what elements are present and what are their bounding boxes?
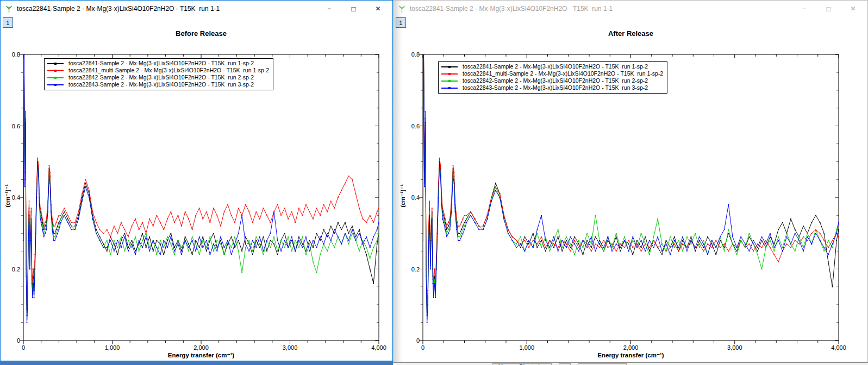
series-line-2 [23, 61, 379, 319]
y-tick-label: 0.8 [12, 51, 20, 58]
legend-line-swatch [441, 73, 458, 75]
legend-line-swatch [47, 70, 64, 71]
maximize-button[interactable]: □ [341, 1, 366, 17]
legend-label: tosca22841_multi-Sample 2 - Mx-Mg(3-x)Li… [68, 67, 269, 74]
background-window-strip [0, 361, 393, 365]
window-titlebar[interactable]: tosca22841-Sample 2 - Mx-Mg(3-x)LixSi4O1… [1, 1, 392, 17]
legend-entry: tosca22843-Sample 2 - Mx-Mg(3-x)LixSi4O1… [441, 84, 663, 91]
x-tick-label: 4,000 [831, 344, 846, 351]
legend-entry: tosca22841-Sample 2 - Mx-Mg(3-x)LixSi4O1… [47, 60, 269, 67]
legend-marker-dot [54, 63, 57, 65]
series-line-0 [23, 54, 379, 315]
legend-entry: tosca22842-Sample 2 - Mx-Mg(3-x)LixSi4O1… [441, 77, 663, 84]
legend-line-swatch [441, 81, 458, 82]
legend-marker-dot [448, 87, 451, 89]
legend-line-swatch [47, 63, 64, 64]
plot-frame [23, 54, 379, 341]
y-tick-label: 0 [17, 337, 20, 344]
y-tick-label: 0.4 [12, 194, 20, 201]
maximize-button[interactable]: □ [816, 1, 841, 17]
series-markers-3 [422, 54, 839, 323]
legend-label: tosca22841-Sample 2 - Mx-Mg(3-x)LixSi4O1… [463, 63, 648, 70]
legend-label: tosca22843-Sample 2 - Mx-Mg(3-x)LixSi4O1… [68, 81, 254, 88]
layer-badge[interactable]: 1 [396, 17, 406, 28]
minimize-button[interactable]: − [792, 1, 816, 17]
y-tick-label: 0.6 [12, 123, 20, 129]
layer-badge[interactable]: 1 [3, 17, 13, 28]
x-axis-label: Energy transfer (cm⁻¹) [423, 351, 839, 360]
minimize-button[interactable]: − [317, 1, 341, 17]
legend-entry: tosca22842-Sample 2 - Mx-Mg(3-x)LixSi4O1… [47, 74, 269, 81]
series-markers-0 [23, 54, 379, 316]
legend-entry: tosca22841_multi-Sample 2 - Mx-Mg(3-x)Li… [441, 70, 663, 77]
x-tick-label: 0 [22, 344, 25, 351]
plot-frame [423, 54, 839, 341]
legend-marker-dot [448, 80, 451, 82]
legend-marker-dot [448, 66, 451, 68]
x-tick-label: 3,000 [283, 344, 298, 351]
background-dialog-sliver: Manage Directories [393, 362, 868, 365]
legend-marker-dot [54, 77, 57, 79]
close-button[interactable]: ✕ [366, 1, 390, 17]
plot-window-after: tosca22841-Sample 2 - Mx-Mg(3-x)LixSi4O1… [393, 0, 868, 362]
y-tick-label: 0 [416, 337, 420, 344]
legend-label: tosca22841_multi-Sample 2 - Mx-Mg(3-x)Li… [463, 70, 663, 77]
mantid-icon [5, 5, 13, 13]
chart-title: Before Release [23, 29, 379, 38]
legend-line-swatch [441, 88, 458, 89]
series-line-1 [23, 54, 379, 308]
legend-label: tosca22842-Sample 2 - Mx-Mg(3-x)LixSi4O1… [68, 74, 254, 81]
series-markers-2 [23, 61, 379, 319]
plot-legend[interactable]: tosca22841-Sample 2 - Mx-Mg(3-x)LixSi4O1… [44, 58, 273, 90]
legend-line-swatch [47, 84, 64, 85]
series-markers-2 [422, 61, 839, 319]
legend-marker-dot [448, 73, 451, 75]
mantid-icon [398, 5, 406, 13]
y-axis-label: (cm⁻¹)⁻¹ [4, 169, 12, 223]
legend-marker-dot [54, 84, 57, 86]
window-titlebar[interactable]: tosca22841-Sample 2 - Mx-Mg(3-x)LixSi4O1… [394, 1, 867, 17]
series-line-3 [23, 54, 379, 323]
y-tick-label: 0.2 [411, 266, 420, 273]
plot-legend[interactable]: tosca22841-Sample 2 - Mx-Mg(3-x)LixSi4O1… [438, 61, 667, 94]
window-title: tosca22841-Sample 2 - Mx-Mg(3-x)LixSi4O1… [410, 5, 792, 13]
y-axis-label: (cm⁻¹)⁻¹ [399, 169, 407, 223]
chart-title: After Release [423, 29, 839, 38]
close-button[interactable]: ✕ [841, 1, 865, 17]
x-tick-label: 0 [421, 344, 424, 351]
x-tick-label: 4,000 [371, 344, 386, 351]
y-tick-label: 0.4 [411, 194, 420, 201]
legend-label: tosca22843-Sample 2 - Mx-Mg(3-x)LixSi4O1… [463, 84, 648, 91]
legend-marker-dot [54, 70, 57, 72]
x-tick-label: 2,000 [623, 344, 639, 351]
x-tick-label: 3,000 [727, 344, 742, 351]
window-controls: − □ ✕ [317, 1, 390, 17]
x-tick-label: 1,000 [105, 344, 120, 351]
window-title: tosca22841-Sample 2 - Mx-Mg(3-x)LixSi4O1… [17, 5, 317, 13]
legend-line-swatch [441, 66, 458, 67]
x-tick-label: 2,000 [193, 344, 209, 351]
legend-entry: tosca22841-Sample 2 - Mx-Mg(3-x)LixSi4O1… [441, 63, 663, 70]
series-line-0 [423, 54, 839, 315]
legend-line-swatch [47, 77, 64, 78]
y-tick-label: 0.2 [12, 266, 20, 273]
legend-label: tosca22842-Sample 2 - Mx-Mg(3-x)LixSi4O1… [463, 77, 648, 84]
legend-entry: tosca22843-Sample 2 - Mx-Mg(3-x)LixSi4O1… [47, 81, 269, 88]
window-controls: − □ ✕ [792, 1, 865, 17]
legend-entry: tosca22841_multi-Sample 2 - Mx-Mg(3-x)Li… [47, 67, 269, 74]
plot-window-before: tosca22841-Sample 2 - Mx-Mg(3-x)LixSi4O1… [0, 0, 393, 361]
legend-label: tosca22841-Sample 2 - Mx-Mg(3-x)LixSi4O1… [68, 60, 254, 67]
x-tick-label: 1,000 [519, 344, 534, 351]
series-markers-3 [23, 54, 379, 323]
series-line-3 [423, 54, 839, 323]
series-line-2 [423, 61, 839, 319]
x-axis-label: Energy transfer (cm⁻¹) [23, 351, 379, 360]
series-markers-1 [23, 54, 379, 309]
y-tick-label: 0.8 [411, 51, 420, 58]
y-tick-label: 0.6 [411, 123, 420, 129]
